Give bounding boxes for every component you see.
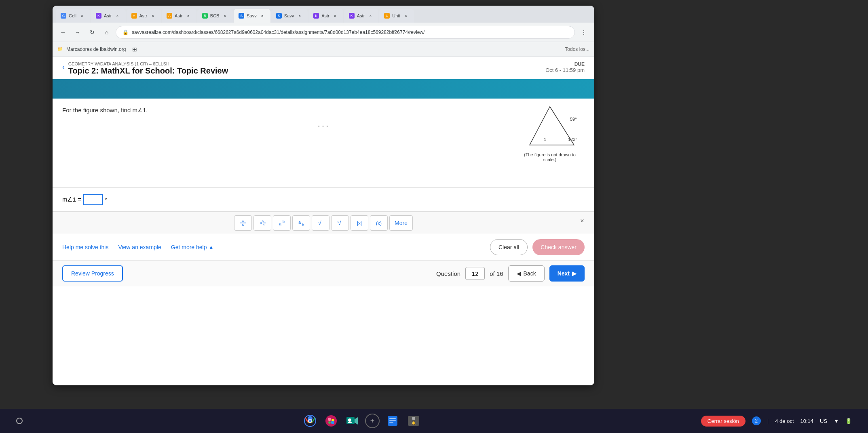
svg-point-24 — [325, 415, 337, 427]
svg-rect-35 — [389, 420, 396, 421]
math-paren-button[interactable]: (x) — [370, 215, 388, 231]
cerrar-sesion-button[interactable]: Cerrar sesión — [701, 416, 746, 427]
help-me-link[interactable]: Help me solve this — [62, 244, 108, 250]
svg-text:|x|: |x| — [357, 221, 362, 226]
tab-cell[interactable]: C Cell × — [56, 9, 90, 23]
bookmarks-label: Marcadores de ibaldwin.org — [66, 46, 126, 52]
close-icon[interactable]: × — [185, 13, 192, 19]
notification-badge: 2 — [752, 416, 761, 425]
svg-point-25 — [328, 418, 331, 421]
help-bar-right: Clear all Check answer — [490, 239, 585, 255]
extensions-button[interactable]: ⋮ — [578, 27, 589, 38]
reload-button[interactable]: ↻ — [87, 27, 98, 38]
math-more-button[interactable]: More — [389, 215, 413, 231]
tab-astr1[interactable]: K Astr × — [91, 9, 126, 23]
bottom-nav: Review Progress Question of 16 ◀ Back Ne… — [53, 260, 594, 286]
svg-point-38 — [412, 417, 415, 420]
date-display: 4 de oct — [775, 418, 794, 424]
close-icon[interactable]: × — [150, 13, 156, 19]
wifi-icon: ▼ — [834, 418, 839, 424]
forward-browser-button[interactable]: → — [72, 27, 83, 38]
svg-marker-30 — [355, 417, 358, 425]
power-button[interactable] — [16, 418, 23, 424]
math-subscript-button[interactable]: ab — [292, 215, 310, 231]
close-icon[interactable]: × — [259, 13, 266, 19]
question-area: For the figure shown, find m∠1. 123° 59°… — [53, 99, 594, 187]
svg-text:🔔: 🔔 — [412, 421, 416, 425]
math-nthroot-button[interactable]: n√ — [331, 215, 349, 231]
math-sqrt-button[interactable]: √ — [312, 215, 329, 231]
tab-unit[interactable]: U Unit × — [379, 9, 414, 23]
tab-astr4[interactable]: K Astr × — [308, 9, 343, 23]
svg-text:√: √ — [318, 220, 321, 226]
tab-bcb[interactable]: B BCB × — [197, 9, 233, 23]
svg-rect-36 — [389, 422, 393, 423]
svg-rect-34 — [389, 418, 396, 419]
home-button[interactable]: ⌂ — [101, 27, 112, 38]
back-nav-button[interactable]: ◀ Back — [508, 265, 545, 282]
tab-savv1[interactable]: S Savv × — [234, 9, 270, 23]
close-icon[interactable]: × — [403, 13, 409, 19]
notification-icon[interactable]: 🔔 — [405, 413, 422, 429]
files-icon[interactable] — [384, 413, 401, 429]
tab-astr5[interactable]: K Astr × — [344, 9, 379, 23]
close-icon[interactable]: × — [79, 13, 85, 19]
due-label: DUE — [545, 61, 585, 67]
due-date: Oct 6 - 11:59 pm — [545, 67, 585, 73]
resize-handle[interactable]: • • • — [318, 124, 329, 128]
region-display: US — [820, 418, 827, 424]
svg-point-28 — [331, 421, 334, 424]
svg-point-27 — [328, 421, 331, 424]
svg-text:(x): (x) — [376, 221, 382, 226]
time-display: 10:14 — [800, 418, 814, 424]
clear-all-button[interactable]: Clear all — [490, 239, 528, 255]
close-icon[interactable]: × — [296, 13, 303, 19]
figure-caption: (The figure is not drawn to scale.) — [517, 152, 582, 162]
math-mixed-fraction-button[interactable]: abc — [253, 215, 271, 231]
close-icon[interactable]: × — [222, 13, 228, 19]
review-progress-button[interactable]: Review Progress — [62, 265, 123, 282]
svg-text:a: a — [298, 220, 301, 225]
math-superscript-button[interactable]: ab — [273, 215, 291, 231]
chrome-icon[interactable] — [302, 413, 318, 429]
answer-input[interactable] — [83, 194, 103, 205]
back-browser-button[interactable]: ← — [57, 27, 69, 38]
svg-text:b: b — [302, 223, 304, 227]
math-fraction-button[interactable]: ab — [234, 215, 252, 231]
browser-toolbar: ← → ↻ ⌂ 🔒 savvasrealize.com/dashboard/cl… — [53, 23, 594, 42]
question-total: of 16 — [490, 270, 503, 277]
tab-astr2[interactable]: A Astr × — [127, 9, 161, 23]
svg-text:√: √ — [338, 220, 341, 226]
close-icon[interactable]: × — [114, 13, 121, 19]
taskbar-right: Cerrar sesión 2 | 4 de oct 10:14 US ▼ 🔋 — [701, 416, 852, 427]
question-text: For the figure shown, find m∠1. — [62, 107, 585, 114]
meet-icon[interactable] — [344, 413, 360, 429]
view-example-link[interactable]: View an example — [118, 244, 161, 250]
check-answer-button[interactable]: Check answer — [532, 239, 585, 255]
browser-tabs: C Cell × K Astr × A Astr × A Astr × B BC… — [53, 6, 594, 23]
svg-text:59°: 59° — [570, 117, 577, 122]
tab-astr3[interactable]: A Astr × — [162, 9, 196, 23]
next-nav-button[interactable]: Next ▶ — [549, 265, 585, 282]
close-icon[interactable]: × — [367, 13, 374, 19]
new-tab-icon[interactable]: + — [365, 414, 380, 428]
answer-prefix: m∠1 = — [62, 196, 81, 203]
address-bar[interactable]: 🔒 savvasrealize.com/dashboard/classes/66… — [116, 26, 575, 39]
figure-container: 123° 59° 1 (The figure is not drawn to s… — [517, 105, 582, 162]
address-text: savvasrealize.com/dashboard/classes/6682… — [132, 29, 424, 35]
svg-point-23 — [308, 420, 311, 422]
math-abs-button[interactable]: |x| — [351, 215, 368, 231]
get-more-help-link[interactable]: Get more help ▲ — [171, 244, 214, 250]
bookmarks-bar: 📁 Marcadores de ibaldwin.org ⊞ Todos los… — [53, 42, 594, 57]
question-number-input[interactable] — [465, 267, 485, 280]
page-content: ‹ GEOMETRY W/DATA ANALYSIS (1 CR) – 6ELL… — [53, 57, 594, 385]
question-label: Question — [436, 270, 460, 277]
tab-savv2[interactable]: S Savv × — [271, 9, 308, 23]
svg-text:1: 1 — [544, 137, 546, 142]
math-toolbar-close-button[interactable]: × — [577, 215, 588, 227]
color-icon[interactable] — [323, 413, 339, 429]
back-assignment-button[interactable]: ‹ — [62, 62, 65, 71]
close-icon[interactable]: × — [332, 13, 338, 19]
svg-text:a: a — [279, 221, 282, 226]
taskbar-center: + 🔔 — [29, 413, 695, 429]
